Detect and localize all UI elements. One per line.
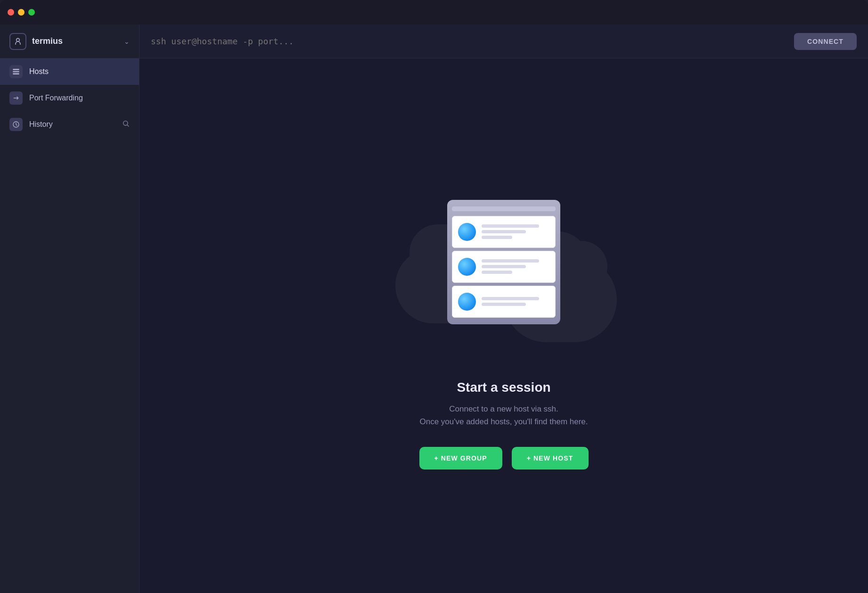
topbar: CONNECT [139, 25, 868, 58]
server-line [482, 230, 526, 233]
history-icon [9, 118, 23, 131]
server-line [482, 297, 539, 300]
sidebar-item-hosts[interactable]: Hosts [0, 58, 139, 85]
server-line [482, 271, 512, 274]
server-rack [447, 200, 560, 324]
connect-button[interactable]: CONNECT [794, 33, 857, 50]
port-forwarding-label: Port Forwarding [29, 94, 130, 102]
server-line [482, 265, 526, 268]
traffic-lights [8, 9, 35, 16]
hero-section: Start a session Connect to a new host vi… [139, 58, 868, 593]
rack-top-bar [452, 206, 556, 211]
titlebar [0, 0, 868, 25]
ssh-input[interactable] [151, 36, 786, 46]
app-name: termius [32, 36, 118, 46]
server-lines-3 [482, 297, 549, 306]
port-forwarding-icon [9, 91, 23, 105]
server-card-3 [452, 286, 556, 318]
sidebar-header: termius ⌄ [0, 25, 139, 58]
app-logo [9, 33, 26, 50]
server-line [482, 236, 512, 239]
search-icon[interactable] [122, 120, 130, 129]
hero-subtitle-line1: Connect to a new host via ssh. [419, 403, 588, 415]
illustration [386, 163, 622, 361]
server-line [482, 259, 539, 263]
server-lines-1 [482, 224, 549, 239]
hero-title: Start a session [457, 380, 550, 395]
close-button[interactable] [8, 9, 14, 16]
server-avatar-3 [458, 293, 476, 311]
new-group-button[interactable]: + NEW GROUP [419, 447, 502, 469]
svg-point-0 [16, 38, 20, 41]
sidebar-item-history[interactable]: History [0, 111, 139, 138]
svg-rect-1 [13, 69, 19, 70]
sidebar: termius ⌄ Hosts Port Forwarding [0, 25, 139, 593]
svg-rect-2 [13, 71, 19, 73]
hero-subtitle: Connect to a new host via ssh. Once you'… [419, 403, 588, 428]
sidebar-item-port-forwarding[interactable]: Port Forwarding [0, 85, 139, 111]
hero-subtitle-line2: Once you've added hosts, you'll find the… [419, 415, 588, 428]
minimize-button[interactable] [18, 9, 25, 16]
svg-point-5 [123, 121, 128, 125]
server-avatar-2 [458, 258, 476, 276]
server-card-1 [452, 216, 556, 248]
server-avatar-1 [458, 223, 476, 241]
new-host-button[interactable]: + NEW HOST [512, 447, 589, 469]
main-content: CONNECT [139, 25, 868, 593]
server-lines-2 [482, 259, 549, 274]
action-buttons: + NEW GROUP + NEW HOST [419, 447, 589, 469]
server-line [482, 224, 539, 228]
hosts-label: Hosts [29, 67, 130, 76]
app-container: termius ⌄ Hosts Port Forwarding [0, 25, 868, 593]
chevron-down-icon[interactable]: ⌄ [124, 38, 130, 45]
server-line [482, 303, 526, 306]
svg-rect-3 [13, 73, 19, 74]
history-label: History [29, 120, 115, 129]
hosts-icon [9, 65, 23, 78]
maximize-button[interactable] [28, 9, 35, 16]
server-card-2 [452, 251, 556, 283]
